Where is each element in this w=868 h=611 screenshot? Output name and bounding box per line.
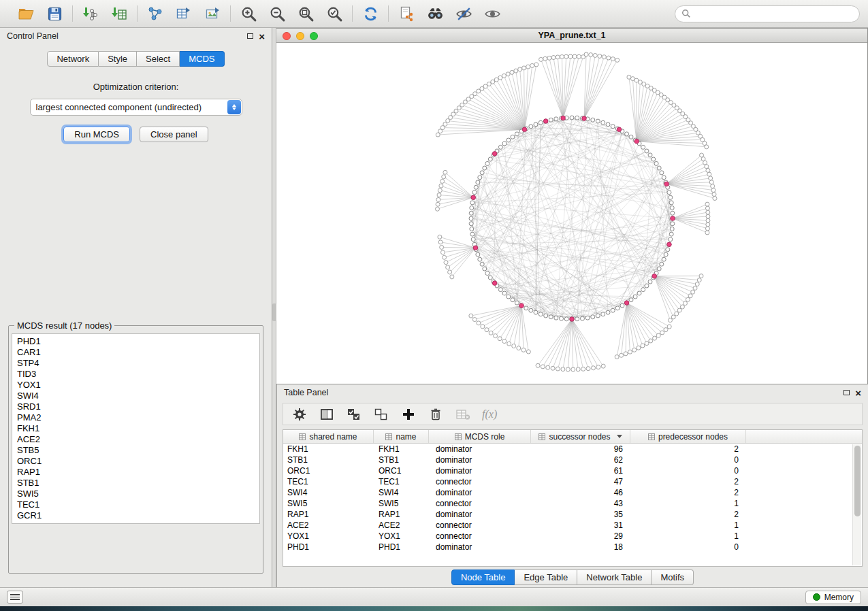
mcds-node-item[interactable]: SWI5	[17, 489, 255, 499]
open-file-button[interactable]	[16, 3, 36, 24]
mcds-node-item[interactable]: SWI4	[17, 391, 255, 401]
memory-button[interactable]: Memory	[805, 591, 861, 604]
delete-column-button[interactable]	[428, 406, 444, 423]
share-document-button[interactable]	[396, 3, 417, 24]
zoom-out-button[interactable]	[267, 3, 287, 24]
table-row[interactable]: ACE2ACE2connector311	[283, 520, 862, 531]
table-row[interactable]: ORC1ORC1dominator610	[283, 465, 862, 476]
import-network-button[interactable]	[80, 3, 101, 24]
column-header-predecessor-nodes[interactable]: predecessor nodes	[630, 430, 746, 443]
log-console-button[interactable]	[7, 591, 23, 604]
table-row[interactable]: SWI5SWI5connector431	[283, 498, 862, 509]
float-panel-icon[interactable]	[843, 390, 850, 395]
search-network-button[interactable]	[425, 3, 445, 24]
close-panel-icon[interactable]: ×	[259, 31, 265, 42]
float-panel-icon[interactable]	[247, 33, 253, 39]
tab-motifs[interactable]: Motifs	[652, 569, 694, 585]
mcds-node-item[interactable]: GCR1	[17, 510, 255, 521]
zoom-fit-button[interactable]	[295, 3, 316, 24]
memory-status-icon	[813, 593, 820, 601]
column-type-icon	[299, 433, 306, 440]
close-window-icon[interactable]	[283, 32, 291, 40]
tab-network[interactable]: Network	[47, 51, 99, 67]
mcds-node-item[interactable]: CAR1	[17, 347, 255, 358]
network-from-table-button[interactable]	[174, 3, 194, 24]
mcds-node-item[interactable]: SRD1	[17, 401, 255, 412]
close-panel-button[interactable]: Close panel	[140, 127, 208, 142]
add-column-button[interactable]	[400, 406, 417, 423]
tab-node-table[interactable]: Node Table	[451, 569, 515, 585]
table-row[interactable]: RAP1RAP1dominator352	[283, 509, 862, 520]
table-scrollbar-thumb[interactable]	[854, 446, 861, 516]
maximize-window-icon[interactable]	[310, 32, 318, 40]
mcds-node-item[interactable]: ACE2	[17, 434, 255, 445]
mcds-node-item[interactable]: PHD1	[17, 336, 255, 347]
columns-icon	[320, 408, 334, 421]
table-cell: 29	[531, 531, 630, 541]
table-scrollbar[interactable]	[852, 444, 861, 565]
table-row[interactable]: YOX1YOX1connector291	[283, 531, 862, 542]
network-canvas[interactable]	[276, 43, 867, 384]
select-all-button[interactable]	[346, 406, 362, 423]
tab-select[interactable]: Select	[137, 51, 180, 67]
network-window: YPA_prune.txt_1	[276, 28, 868, 384]
network-titlebar[interactable]: YPA_prune.txt_1	[276, 29, 867, 43]
mcds-node-item[interactable]: STB5	[17, 445, 255, 456]
column-header-name[interactable]: name	[374, 430, 429, 443]
table-cell: dominator	[429, 510, 531, 519]
splitter-handle-icon[interactable]	[272, 303, 276, 321]
tab-mcds[interactable]: MCDS	[180, 51, 224, 67]
vertical-splitter[interactable]	[272, 28, 276, 587]
mcds-node-item[interactable]: ORC1	[17, 456, 255, 467]
mcds-node-item[interactable]: YOX1	[17, 380, 255, 391]
table-row[interactable]: PHD1PHD1dominator180	[283, 542, 862, 552]
table-settings-button[interactable]	[291, 406, 308, 423]
table-row[interactable]: TEC1TEC1connector472	[283, 476, 862, 487]
table-row[interactable]: SWI4SWI4dominator462	[283, 487, 862, 498]
deselect-all-button[interactable]	[373, 406, 389, 423]
criterion-dropdown[interactable]: largest connected component (undirected)	[30, 99, 242, 116]
mcds-node-item[interactable]: PMA2	[17, 412, 255, 423]
tab-network-table[interactable]: Network Table	[577, 569, 652, 585]
minimize-window-icon[interactable]	[296, 32, 304, 40]
column-header-mcds-role[interactable]: MCDS role	[429, 430, 531, 443]
close-panel-icon[interactable]: ×	[855, 388, 861, 398]
column-header-shared-name[interactable]: shared name	[283, 430, 374, 443]
delete-table-button[interactable]	[455, 406, 471, 423]
mcds-node-item[interactable]: RAP1	[17, 467, 255, 478]
new-network-button[interactable]	[145, 3, 165, 24]
mcds-node-item[interactable]: STB1	[17, 478, 255, 489]
mcds-node-item[interactable]: STP4	[17, 358, 255, 369]
table-cell: ACE2	[374, 521, 429, 530]
table-row[interactable]: STB1STB1dominator620	[283, 455, 862, 465]
show-details-button[interactable]	[482, 3, 502, 24]
table-cell: RAP1	[283, 510, 374, 519]
mcds-node-item[interactable]: FKH1	[17, 423, 255, 434]
hide-details-button[interactable]	[453, 3, 474, 24]
table-cell: 2	[630, 477, 746, 486]
search-box[interactable]	[675, 5, 860, 22]
search-input[interactable]	[694, 9, 853, 18]
zoom-selected-button[interactable]	[324, 3, 344, 24]
mcds-node-item[interactable]: TEC1	[17, 499, 255, 510]
node-table-rows: FKH1FKH1dominator962STB1STB1dominator620…	[283, 444, 862, 552]
tab-edge-table[interactable]: Edge Table	[515, 569, 577, 585]
refresh-button[interactable]	[360, 3, 381, 24]
mcds-node-item[interactable]: TID3	[17, 369, 255, 380]
table-cell: SWI5	[283, 499, 374, 508]
table-row[interactable]: FKH1FKH1dominator962	[283, 444, 862, 455]
mcds-result-list[interactable]: PHD1CAR1STP4TID3YOX1SWI4SRD1PMA2FKH1ACE2…	[12, 333, 260, 524]
show-columns-button[interactable]	[319, 406, 335, 423]
dropdown-stepper-icon	[227, 100, 241, 114]
tab-style[interactable]: Style	[99, 51, 137, 67]
export-image-button[interactable]	[202, 3, 223, 24]
run-mcds-button[interactable]: Run MCDS	[63, 127, 130, 142]
zoom-in-button[interactable]	[238, 3, 259, 24]
save-button[interactable]	[44, 3, 65, 24]
view-group	[389, 3, 510, 24]
table-cell: dominator	[429, 488, 531, 497]
import-table-button[interactable]	[109, 3, 129, 24]
table-cell: RAP1	[374, 510, 429, 519]
function-builder-button[interactable]: f(x)	[482, 408, 497, 420]
column-header-successor-nodes[interactable]: successor nodes	[531, 430, 630, 443]
